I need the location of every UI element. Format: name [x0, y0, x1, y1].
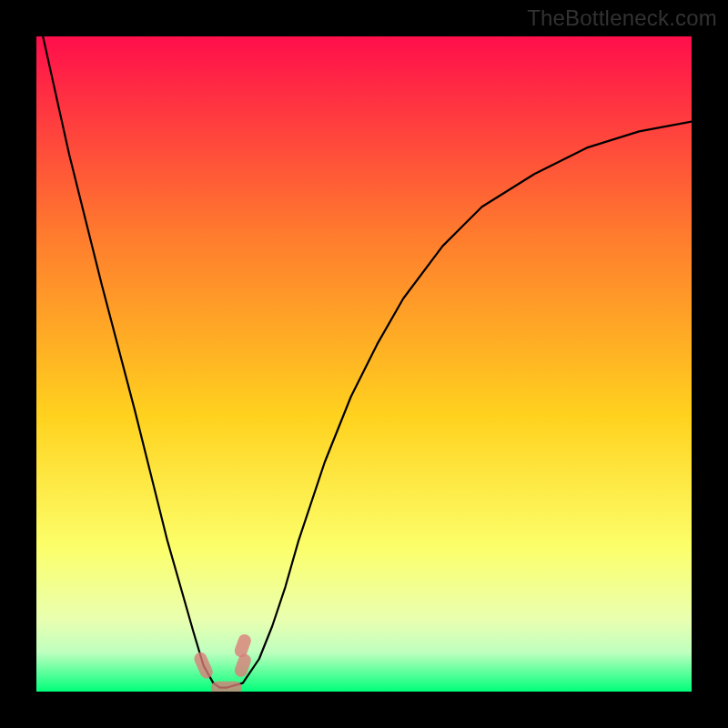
data-marker — [211, 682, 242, 692]
data-marker — [192, 651, 215, 681]
bottleneck-curve — [36, 36, 692, 692]
plot-area — [36, 36, 692, 692]
chart-stage: TheBottleneck.com — [0, 0, 728, 728]
watermark-text: TheBottleneck.com — [527, 5, 717, 31]
data-marker — [233, 632, 253, 659]
